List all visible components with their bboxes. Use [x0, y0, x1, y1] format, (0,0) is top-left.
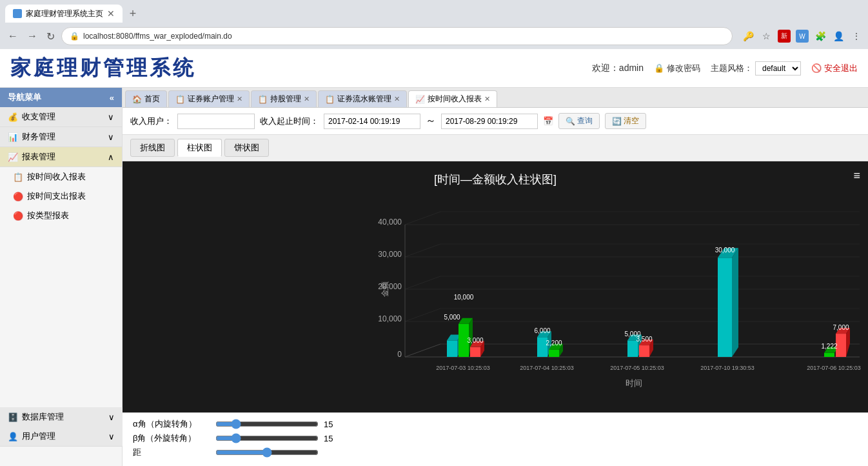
account-icon[interactable]: 👤 [832, 30, 845, 43]
gamma-label: 距 [133, 447, 210, 458]
beta-value: 15 [324, 434, 343, 443]
tab-holdings[interactable]: 📋 持股管理 ✕ [251, 90, 317, 107]
chevron-down-icon3: ∨ [108, 412, 115, 422]
content-area: 🏠 首页 📋 证券账户管理 ✕ 📋 持股管理 ✕ 📋 证券流水账管理 ✕ 📈 按… [123, 88, 868, 466]
svg-rect-48 [639, 345, 649, 357]
tab-line-chart[interactable]: 折线图 [130, 139, 175, 157]
forward-button[interactable]: → [25, 28, 40, 45]
tab-close-stock-account[interactable]: ✕ [237, 95, 242, 103]
sidebar-section-db-title[interactable]: 🗄️ 数据库管理 ∨ [0, 407, 123, 427]
user-filter-label: 收入用户： [130, 116, 172, 127]
svg-text:2017-07-10 19:30:53: 2017-07-10 19:30:53 [700, 365, 755, 371]
puzzle-icon[interactable]: 🧩 [814, 30, 827, 43]
browser-tab-title: 家庭理财管理系统主页 [26, 8, 103, 19]
main-layout: 导航菜单 « 💰 收支管理 ∨ 📊 财务管理 ∨ [0, 88, 868, 466]
tab-pie-chart[interactable]: 饼状图 [224, 139, 269, 157]
tab-close-income-report[interactable]: ✕ [484, 95, 490, 103]
svg-text:3,000: 3,000 [467, 337, 483, 344]
sidebar-section-user: 👤 用户管理 ∨ [0, 427, 123, 447]
beta-slider[interactable] [215, 433, 319, 443]
user-icon: 👤 [8, 432, 18, 441]
beta-label: β角（外旋转角） [133, 432, 210, 444]
start-time-input[interactable] [324, 114, 420, 129]
tab-income-report[interactable]: 📈 按时间收入报表 ✕ [408, 90, 497, 107]
alpha-slider[interactable] [215, 419, 319, 429]
end-time-input[interactable] [441, 114, 538, 129]
money-icon: 💰 [8, 112, 18, 122]
star-icon[interactable]: ☆ [760, 30, 773, 43]
query-button[interactable]: 🔍 查询 [558, 113, 600, 129]
sidebar-item-expense-report[interactable]: 🔴 按时间支出报表 [0, 187, 122, 206]
sidebar-section-income-title[interactable]: 💰 收支管理 ∨ [0, 107, 122, 127]
svg-text:30,000: 30,000 [715, 247, 735, 254]
svg-line-12 [405, 244, 440, 257]
browser-tab[interactable]: 家庭理财管理系统主页 ✕ [5, 5, 123, 23]
user-filter-input[interactable] [177, 114, 255, 129]
tab-stock-flow[interactable]: 📋 证券流水账管理 ✕ [318, 90, 407, 107]
browser-chrome: 家庭理财管理系统主页 ✕ + ← → ↻ 🔒 localhost:8080/ff… [0, 0, 868, 49]
chevron-down-icon4: ∨ [108, 432, 115, 441]
chart-menu-icon[interactable]: ≡ [853, 169, 860, 183]
svg-line-14 [405, 309, 440, 321]
ext-icon2[interactable]: W [796, 30, 809, 43]
tab-bar-chart[interactable]: 柱状图 [177, 139, 222, 157]
svg-rect-59 [824, 353, 834, 357]
key-icon[interactable]: 🔑 [742, 30, 755, 43]
svg-text:2,200: 2,200 [546, 339, 562, 347]
svg-text:2017-07-03 10:25:03: 2017-07-03 10:25:03 [436, 365, 490, 371]
svg-text:时间: 时间 [626, 378, 642, 388]
clear-button[interactable]: 🔄 清空 [605, 113, 646, 129]
chart-container: [时间—金额收入柱状图] ≡ 40,000 30,000 20,000 10,0… [123, 161, 868, 412]
sidebar-section-finance: 📊 财务管理 ∨ [0, 127, 122, 147]
menu-icon[interactable]: ⋮ [850, 30, 863, 43]
svg-rect-54 [718, 258, 732, 357]
refresh-button[interactable]: ↻ [44, 28, 57, 45]
browser-tab-close[interactable]: ✕ [107, 8, 115, 19]
lock-icon: 🔒 [654, 63, 664, 73]
tab-stock-account[interactable]: 📋 证券账户管理 ✕ [168, 90, 250, 107]
tab-close-holdings[interactable]: ✕ [304, 95, 310, 103]
tilde-separator: ～ [426, 114, 436, 128]
chevron-down-icon2: ∨ [108, 132, 114, 142]
svg-text:10,000: 10,000 [378, 314, 402, 323]
holdings-icon: 📋 [258, 95, 268, 104]
svg-text:10,000: 10,000 [454, 294, 474, 301]
tab-favicon [13, 9, 22, 18]
alpha-slider-row: α角（内旋转角） 15 [133, 418, 858, 430]
flow-icon: 📋 [325, 95, 335, 104]
svg-rect-29 [470, 347, 480, 357]
address-bar: ← → ↻ 🔒 localhost:8080/ffms_war_exploded… [0, 23, 868, 49]
svg-text:6,000: 6,000 [534, 327, 550, 334]
home-icon: 🏠 [132, 95, 142, 104]
theme-selector: 主题风格： default [711, 61, 801, 76]
db-icon: 🗄️ [8, 412, 18, 422]
sidebar-collapse-button[interactable]: « [110, 93, 114, 103]
svg-text:2017-07-06 10:25:03: 2017-07-06 10:25:03 [807, 365, 861, 371]
svg-text:3,500: 3,500 [636, 336, 652, 343]
tab-close-stock-flow[interactable]: ✕ [394, 95, 400, 103]
calendar-icon-start[interactable]: 📅 [543, 116, 553, 126]
header-right: 欢迎：admin 🔒 修改密码 主题风格： default 🚫 安全退出 [592, 61, 858, 76]
back-button[interactable]: ← [5, 28, 21, 45]
svg-text:5,000: 5,000 [444, 314, 460, 321]
sidebar-section-user-title[interactable]: 👤 用户管理 ∨ [0, 427, 123, 447]
ext-icon1[interactable]: 新 [778, 30, 791, 43]
theme-select-input[interactable]: default [755, 61, 801, 76]
sidebar-item-income-report[interactable]: 📋 按时间收入报表 [0, 167, 122, 187]
gamma-slider[interactable] [215, 447, 319, 458]
search-icon: 🔍 [566, 117, 575, 126]
address-input[interactable]: 🔒 localhost:8080/ffms_war_exploded/main.… [61, 27, 733, 45]
app-header: 家庭理财管理系统 欢迎：admin 🔒 修改密码 主题风格： default 🚫… [0, 49, 868, 88]
stock-icon: 📋 [175, 95, 185, 104]
svg-text:1,222: 1,222 [821, 343, 837, 350]
new-tab-button[interactable]: + [125, 6, 141, 21]
change-password-button[interactable]: 🔒 修改密码 [654, 63, 700, 74]
sidebar-section-report-title[interactable]: 📈 报表管理 ∧ [0, 147, 122, 167]
sidebar-section-finance-title[interactable]: 📊 财务管理 ∨ [0, 127, 122, 147]
report-tab-icon: 📈 [415, 95, 425, 104]
sidebar-item-type-report[interactable]: 🔴 按类型报表 [0, 206, 122, 225]
chart-tabs: 折线图 柱状图 饼状图 [123, 135, 868, 161]
svg-text:40,000: 40,000 [378, 218, 402, 227]
logout-button[interactable]: 🚫 安全退出 [811, 63, 858, 74]
tab-home[interactable]: 🏠 首页 [125, 90, 167, 107]
